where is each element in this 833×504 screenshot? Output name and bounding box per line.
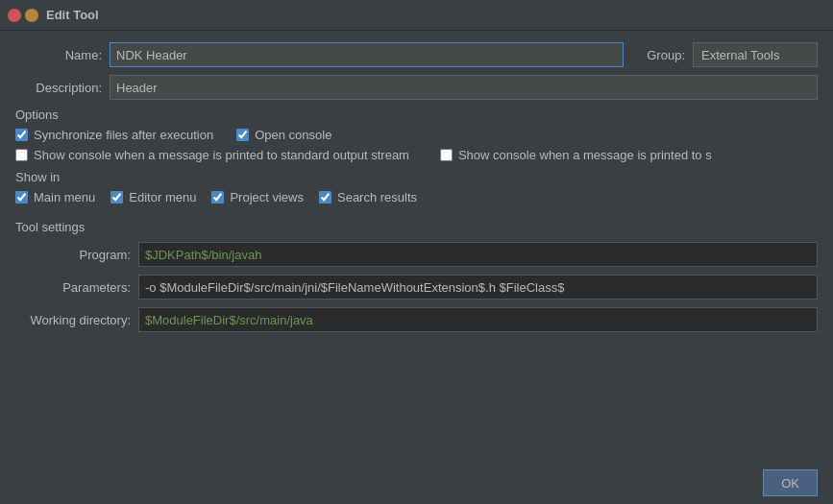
options-section: Options Synchronize files after executio… [15,108,818,162]
working-dir-label: Working directory: [15,313,131,327]
description-label: Description: [15,81,102,95]
show-in-section: Show in Main menu Editor menu Project vi… [15,170,818,204]
close-button[interactable] [8,9,21,22]
sync-files-label: Synchronize files after execution [34,128,213,142]
working-dir-input[interactable] [138,307,818,332]
show-console-msg-input[interactable] [15,149,28,161]
ok-button[interactable]: OK [763,469,818,496]
show-console-msg-label: Show console when a message is printed t… [34,148,409,162]
edit-tool-dialog: Edit Tool Name: Group: External Tools De… [0,0,833,504]
program-label: Program: [15,248,131,262]
open-console-checkbox[interactable]: Open console [236,128,331,142]
main-menu-input[interactable] [15,191,28,204]
title-bar: Edit Tool [0,0,833,31]
search-results-label: Search results [337,190,417,204]
editor-menu-checkbox[interactable]: Editor menu [110,190,196,204]
options-checkboxes: Synchronize files after execution Open c… [15,128,818,162]
description-input[interactable] [110,75,818,100]
show-console-msg2-checkbox[interactable]: Show console when a message is printed t… [440,148,712,162]
parameters-input[interactable] [138,275,818,300]
show-in-label: Show in [15,170,60,184]
description-row: Description: [15,75,818,100]
dialog-content: Name: Group: External Tools Description:… [0,31,833,462]
program-input[interactable] [138,242,818,267]
show-in-checkboxes: Main menu Editor menu Project views Sear… [15,190,818,204]
dialog-footer: OK [0,462,833,504]
main-menu-label: Main menu [34,190,95,204]
parameters-row: Parameters: [15,275,818,300]
name-input[interactable] [110,42,624,67]
name-label: Name: [15,48,102,62]
options-section-label: Options [15,108,59,122]
project-views-label: Project views [230,190,304,204]
options-row-1: Synchronize files after execution Open c… [15,128,818,142]
group-label: Group: [647,48,685,62]
parameters-label: Parameters: [15,280,131,295]
tool-settings-section: Tool settings Program: Parameters: Worki… [15,216,818,332]
editor-menu-label: Editor menu [129,190,196,204]
working-dir-row: Working directory: [15,307,818,332]
group-value: External Tools [693,42,818,67]
search-results-checkbox[interactable]: Search results [319,190,417,204]
search-results-input[interactable] [319,191,331,204]
program-row: Program: [15,242,818,267]
name-group-row: Name: Group: External Tools [15,42,818,67]
open-console-input[interactable] [236,129,249,141]
open-console-label: Open console [255,128,331,142]
show-console-msg2-input[interactable] [440,149,453,161]
tool-settings-label: Tool settings [15,220,818,234]
show-console-msg-checkbox[interactable]: Show console when a message is printed t… [15,148,409,162]
sync-files-input[interactable] [15,129,28,141]
minimize-button[interactable] [25,9,38,22]
project-views-input[interactable] [211,191,224,204]
editor-menu-input[interactable] [110,191,123,204]
window-controls [8,9,38,22]
sync-files-checkbox[interactable]: Synchronize files after execution [15,128,213,142]
options-row-2: Show console when a message is printed t… [15,148,818,162]
dialog-title: Edit Tool [46,8,99,22]
show-console-msg2-label: Show console when a message is printed t… [458,148,712,162]
project-views-checkbox[interactable]: Project views [211,190,304,204]
main-menu-checkbox[interactable]: Main menu [15,190,95,204]
